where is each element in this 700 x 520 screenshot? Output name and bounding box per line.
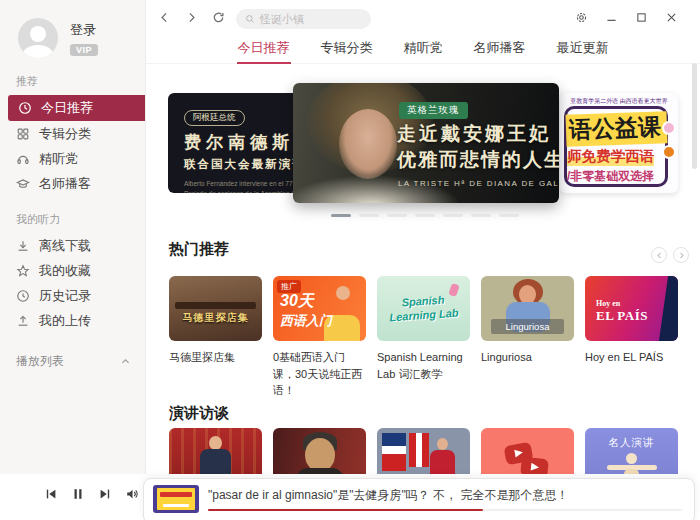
carousel-dot[interactable] xyxy=(387,214,407,217)
card-cover: 名人演讲 xyxy=(585,428,678,474)
card-celebrity-speech[interactable]: 名人演讲 xyxy=(585,428,678,474)
progress-fill xyxy=(208,509,483,511)
tab-latest[interactable]: 最近更新 xyxy=(555,36,611,63)
sidebar-item-label: 离线下载 xyxy=(39,237,91,255)
carousel-dot[interactable] xyxy=(499,214,519,217)
next-page-button[interactable] xyxy=(673,247,689,263)
chevron-right-icon xyxy=(678,252,685,259)
graduation-cap-icon xyxy=(16,177,30,191)
sidebar-item-favorites[interactable]: 我的收藏 xyxy=(0,258,145,283)
slide-title-line2: 优雅而悲情的人生 xyxy=(397,147,559,173)
previous-track-icon[interactable] xyxy=(44,487,58,501)
progress-bar[interactable] xyxy=(208,509,682,511)
maximize-icon[interactable] xyxy=(635,11,648,24)
sidebar-item-today[interactable]: 今日推荐 xyxy=(8,95,145,121)
player-bar: "pasar de ir al gimnasio"是"去健身房"吗？ 不， 完全… xyxy=(0,474,700,520)
avatar[interactable] xyxy=(18,18,58,58)
search-placeholder: 怪诞小镇 xyxy=(260,12,304,27)
sidebar-item-history[interactable]: 历史记录 xyxy=(0,283,145,308)
chevron-up-icon xyxy=(120,356,131,367)
search-input[interactable]: 怪诞小镇 xyxy=(236,9,371,29)
card-cover: 推广 30天 西语入门 xyxy=(273,276,366,341)
card-cover xyxy=(273,428,366,474)
card-cover xyxy=(169,428,262,474)
section-label-recommend: 推荐 xyxy=(16,74,145,89)
tab-today[interactable]: 今日推荐 xyxy=(236,36,292,63)
user-block: 登录 VIP xyxy=(0,0,145,58)
carousel-dot[interactable] xyxy=(331,214,351,217)
card-spanish-course[interactable]: 推广 30天 西语入门 0基础西语入门课，30天说纯正西语！ xyxy=(273,276,366,399)
slide-badge: 英格兰玫瑰 xyxy=(399,102,468,119)
ad-dot-orange xyxy=(662,145,676,159)
card-speech-1[interactable] xyxy=(169,428,262,474)
tab-podcasts[interactable]: 名师播客 xyxy=(472,36,528,63)
card-linguriosa[interactable]: Linguriosa Linguriosa xyxy=(481,276,574,399)
card-caption: 马德里探店集 xyxy=(169,349,262,366)
window-controls xyxy=(575,11,678,24)
cover-text-line2: 西语入门 xyxy=(280,312,332,330)
card-cover: 马德里探店集 xyxy=(169,276,262,341)
hot-cards-row: 马德里探店集 马德里探店集 推广 30天 西语入门 0基础西语入门课，30天说纯… xyxy=(169,276,678,399)
carousel-slide-course-ad[interactable]: 亚教育学第二外语 由西语看更大世界 语公益课 师免费学西语 /非零基础双选择 xyxy=(560,93,678,193)
next-track-icon[interactable] xyxy=(98,487,112,501)
sidebar-item-listening-club[interactable]: 精听党 xyxy=(0,146,145,171)
portrait-face xyxy=(339,109,397,179)
nav-controls xyxy=(158,11,225,24)
carousel-dot[interactable] xyxy=(471,214,491,217)
prev-page-button[interactable] xyxy=(651,247,667,263)
ad-line1: 语公益课 xyxy=(565,111,667,147)
slide-title-line1: 走近戴安娜王妃 xyxy=(397,121,551,147)
sidebar-item-podcasts[interactable]: 名师播客 xyxy=(0,171,145,196)
playlist-toggle[interactable]: 播放列表 xyxy=(16,353,131,370)
sidebar-item-uploads[interactable]: 我的上传 xyxy=(0,308,145,333)
slide-badge: 阿根廷总统 xyxy=(184,110,245,126)
card-interview-2[interactable] xyxy=(273,428,366,474)
back-icon[interactable] xyxy=(158,11,171,24)
headphones-icon xyxy=(16,152,30,166)
carousel-dot[interactable] xyxy=(359,214,379,217)
cover-text-line1: 30天 xyxy=(280,291,314,312)
card-video-4[interactable] xyxy=(481,428,574,474)
app-window: 登录 VIP 推荐 今日推荐 专辑分类 精听党 名师播客 我的听力 离线下载 xyxy=(0,0,700,520)
talks-cards-row: 名人演讲 xyxy=(169,428,678,474)
minimize-icon[interactable] xyxy=(605,11,618,24)
sidebar-item-categories[interactable]: 专辑分类 xyxy=(0,121,145,146)
card-learning-lab[interactable]: Spanish Learning Lab Spanish Learning La… xyxy=(377,276,470,399)
grid-icon xyxy=(16,127,30,141)
volume-icon[interactable] xyxy=(125,487,139,501)
history-icon xyxy=(16,289,30,303)
card-podium-3[interactable] xyxy=(377,428,470,474)
star-icon xyxy=(16,264,30,278)
sidebar-item-label: 专辑分类 xyxy=(39,125,91,143)
refresh-icon[interactable] xyxy=(212,11,225,24)
sidebar-item-label: 今日推荐 xyxy=(41,99,93,117)
download-icon xyxy=(16,239,30,253)
section-label-my: 我的听力 xyxy=(16,212,145,227)
card-madrid[interactable]: 马德里探店集 马德里探店集 xyxy=(169,276,262,399)
login-link[interactable]: 登录 xyxy=(70,21,98,39)
cover-text-line1: Hoy en xyxy=(596,299,620,308)
vip-badge: VIP xyxy=(70,44,98,56)
ad-line3: /非零基础双选择 xyxy=(567,168,654,185)
tab-listening-club[interactable]: 精听党 xyxy=(402,36,445,63)
forward-icon[interactable] xyxy=(185,11,198,24)
tab-categories[interactable]: 专辑分类 xyxy=(319,36,375,63)
close-icon[interactable] xyxy=(665,11,678,24)
carousel-slide-diana[interactable]: 英格兰玫瑰 走近戴安娜王妃 优雅而悲情的人生 LA TRISTE Hª DE D… xyxy=(293,83,559,203)
card-el-pais[interactable]: Hoy en EL PAÍS Hoy en EL PAÍS xyxy=(585,276,678,399)
scrollbar-thumb[interactable] xyxy=(692,63,697,169)
carousel-dot[interactable] xyxy=(443,214,463,217)
now-playing-title: "pasar de ir al gimnasio"是"去健身房"吗？ 不， 完全… xyxy=(208,487,568,504)
gear-icon[interactable] xyxy=(575,11,588,24)
carousel-dot[interactable] xyxy=(415,214,435,217)
ad-dot-pink xyxy=(662,121,676,135)
sidebar: 登录 VIP 推荐 今日推荐 专辑分类 精听党 名师播客 我的听力 离线下载 xyxy=(0,0,146,474)
now-playing-popup[interactable]: "pasar de ir al gimnasio"是"去健身房"吗？ 不， 完全… xyxy=(143,478,695,520)
cover-text-line2: EL PAÍS xyxy=(596,308,648,324)
chevron-left-icon xyxy=(656,252,663,259)
pause-icon[interactable] xyxy=(71,487,85,501)
sidebar-item-downloads[interactable]: 离线下载 xyxy=(0,233,145,258)
playlist-label: 播放列表 xyxy=(16,353,64,370)
upload-icon xyxy=(16,314,30,328)
card-cover: Spanish Learning Lab xyxy=(377,276,470,341)
